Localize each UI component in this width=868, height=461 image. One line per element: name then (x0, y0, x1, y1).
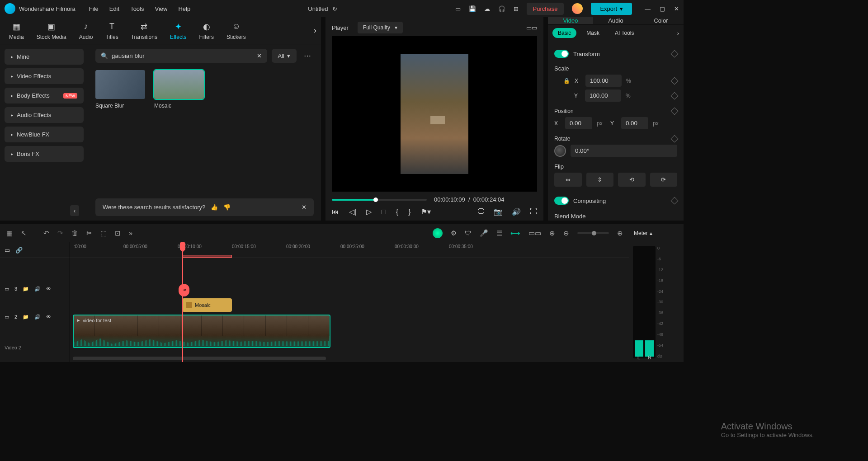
props-tab-audio[interactable]: Audio (593, 17, 638, 24)
flip-horizontal-button[interactable]: ⇔ (554, 173, 582, 187)
menu-view[interactable]: View (155, 5, 167, 12)
scale-x-input[interactable] (585, 75, 622, 87)
pointer-icon[interactable]: ↖ (21, 229, 27, 237)
keyframe-icon[interactable] (671, 197, 679, 205)
snapshot-icon[interactable]: 📷 (494, 207, 503, 216)
zoom-out-icon[interactable]: ⊖ (563, 229, 569, 237)
tab-audio[interactable]: ♪Audio (75, 19, 98, 42)
flip-vertical-button[interactable]: ⇕ (586, 173, 614, 187)
flip-rotate-left-button[interactable]: ⟲ (618, 173, 646, 187)
sub-tabs-scroll-icon[interactable]: › (677, 30, 679, 37)
tab-media[interactable]: ▦Media (5, 19, 28, 42)
sidebar-item-audio-effects[interactable]: ▸Audio Effects (5, 107, 84, 123)
props-tab-video[interactable]: Video (548, 17, 593, 24)
mic-icon[interactable]: 🎤 (480, 229, 488, 237)
cut-icon[interactable]: ✂ (86, 229, 92, 237)
keyframe-icon[interactable] (671, 77, 679, 85)
mark-out-icon[interactable]: } (408, 208, 410, 216)
clip-mosaic[interactable]: Mosaic (182, 298, 232, 312)
link-icon[interactable]: 🔗 (15, 247, 23, 254)
mute-icon[interactable]: 🔊 (34, 286, 41, 292)
render-icon[interactable]: ▭▭ (528, 229, 541, 237)
split-icon[interactable]: ⟷ (510, 229, 520, 237)
expand-icon[interactable]: ⊕ (549, 229, 555, 237)
rotate-dial[interactable] (554, 145, 566, 157)
undo-icon[interactable]: ↶ (43, 229, 49, 237)
zoom-slider[interactable] (577, 232, 609, 234)
mute-icon[interactable]: 🔊 (34, 314, 41, 320)
thumbs-up-icon[interactable]: 👍 (211, 204, 218, 211)
props-tab-color[interactable]: Color (638, 17, 684, 24)
save-icon[interactable]: 💾 (469, 5, 476, 12)
support-icon[interactable]: 🎧 (498, 5, 505, 12)
volume-icon[interactable]: 🔊 (512, 207, 521, 216)
compositing-toggle[interactable] (554, 197, 569, 205)
more-tools-icon[interactable]: » (129, 229, 132, 237)
purchase-button[interactable]: Purchase (527, 3, 564, 15)
selection-range[interactable] (182, 255, 232, 258)
menu-edit[interactable]: Edit (109, 5, 119, 12)
seek-bar[interactable] (332, 199, 427, 201)
display-icon[interactable]: 🖵 (477, 207, 485, 216)
tab-titles[interactable]: TTitles (101, 19, 123, 42)
delete-icon[interactable]: 🗑 (71, 229, 78, 237)
menu-help[interactable]: Help (178, 5, 190, 12)
scale-y-input[interactable] (585, 89, 621, 102)
crop-icon[interactable]: ⊡ (115, 229, 121, 237)
tab-effects[interactable]: ✦Effects (165, 19, 191, 42)
sidebar-item-video-effects[interactable]: ▸Video Effects (5, 68, 84, 84)
ai-assistant-icon[interactable] (433, 228, 443, 238)
tab-transitions[interactable]: ⇄Transitions (127, 19, 162, 42)
user-avatar[interactable] (572, 3, 583, 14)
menu-file[interactable]: File (89, 5, 99, 12)
playhead[interactable] (182, 242, 183, 362)
apps-icon[interactable]: ⊞ (514, 5, 519, 12)
search-filter-dropdown[interactable]: All▾ (272, 49, 297, 63)
prev-frame-icon[interactable]: ⏮ (332, 208, 339, 216)
sidebar-collapse-icon[interactable]: ‹ (70, 205, 79, 216)
device-icon[interactable]: ▭ (455, 5, 461, 12)
keyframe-icon[interactable] (671, 108, 679, 115)
visibility-icon[interactable]: 👁 (46, 286, 51, 292)
redo-icon[interactable]: ↷ (57, 229, 63, 237)
folder-icon[interactable]: 📁 (23, 314, 29, 320)
clear-search-icon[interactable]: ✕ (257, 52, 262, 59)
keyframe-icon[interactable] (671, 92, 679, 99)
cut-marker-icon[interactable]: ✂ (179, 284, 189, 296)
result-square-blur[interactable]: Square Blur (95, 70, 145, 109)
keyframe-icon[interactable] (671, 135, 679, 143)
clip-video[interactable]: ▸video for test (73, 315, 330, 348)
tab-filters[interactable]: ◐Filters (194, 19, 218, 42)
minimize-icon[interactable]: — (645, 5, 651, 12)
keyframe-icon[interactable] (671, 50, 679, 58)
rotate-input[interactable] (571, 145, 677, 157)
sub-tab-basic[interactable]: Basic (552, 28, 576, 38)
quality-dropdown[interactable]: Full Quality▾ (358, 22, 403, 33)
position-y-input[interactable] (621, 117, 648, 129)
sub-tab-ai-tools[interactable]: AI Tools (609, 28, 639, 38)
lock-icon[interactable]: 🔒 (563, 78, 570, 84)
fullscreen-icon[interactable]: ⛶ (530, 207, 537, 216)
feedback-close-icon[interactable]: ✕ (302, 204, 307, 211)
sidebar-item-boris-fx[interactable]: ▸Boris FX (5, 146, 84, 162)
sidebar-item-body-effects[interactable]: ▸Body EffectsNEW (5, 88, 84, 103)
cloud-icon[interactable]: ☁ (484, 5, 490, 12)
visibility-icon[interactable]: 👁 (46, 314, 51, 320)
history-icon[interactable]: ↻ (332, 5, 337, 12)
video-preview[interactable] (332, 36, 537, 192)
step-back-icon[interactable]: ◁| (349, 207, 356, 216)
settings-icon[interactable]: ⚙ (451, 229, 457, 237)
sub-tab-mask[interactable]: Mask (581, 28, 605, 38)
shield-icon[interactable]: 🛡 (465, 229, 472, 237)
export-button[interactable]: Export▾ (591, 3, 632, 15)
more-options-icon[interactable]: ⋯ (301, 52, 314, 60)
position-x-input[interactable] (565, 117, 592, 129)
compare-icon[interactable]: ▭▭ (526, 24, 537, 31)
sidebar-item-mine[interactable]: ▸Mine (5, 49, 84, 65)
close-icon[interactable]: ✕ (674, 5, 679, 12)
list-icon[interactable]: ☰ (496, 229, 502, 237)
play-icon[interactable]: ▷ (366, 207, 372, 216)
menu-tools[interactable]: Tools (130, 5, 144, 12)
zoom-in-icon[interactable]: ⊕ (617, 229, 623, 237)
tab-stickers[interactable]: ☺Stickers (222, 19, 250, 42)
